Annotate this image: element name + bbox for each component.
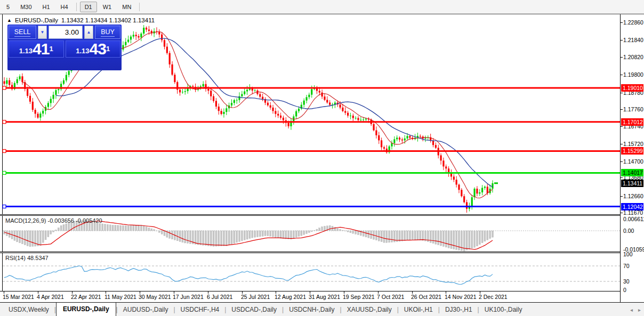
timeframe-button-5[interactable]: 5 bbox=[2, 2, 14, 12]
timeframe-button-M30[interactable]: M30 bbox=[15, 2, 36, 12]
date-label: 22 Apr 2021 bbox=[71, 294, 101, 300]
price-axis-label: 1.14700 bbox=[623, 158, 643, 165]
buy-price-big: 43 bbox=[90, 42, 106, 56]
chart-tab-usdcnh-daily[interactable]: USDCNH-,Daily bbox=[284, 304, 340, 315]
timeframe-button-MN[interactable]: MN bbox=[117, 2, 136, 12]
price-level-label-1.15299: 1.15299 bbox=[621, 147, 643, 155]
current-price-label: 1.13411 bbox=[621, 180, 643, 187]
tab-scroll-right-icon[interactable]: ▸ bbox=[638, 307, 641, 313]
toolbar-separator bbox=[76, 3, 77, 11]
sell-price-sup: 1 bbox=[49, 41, 53, 57]
buy-button[interactable]: BUY bbox=[95, 26, 120, 39]
date-label: 26 Oct 2021 bbox=[411, 294, 441, 300]
rsi-axis-label: 30 bbox=[623, 278, 630, 285]
price-axis-label: 1.21840 bbox=[623, 36, 643, 43]
sell-price[interactable]: 1.13411 bbox=[9, 40, 64, 58]
volume-increase-button[interactable]: ▲ bbox=[84, 26, 93, 39]
ohlc-values: 1.13432 1.13434 1.13402 1.13411 bbox=[61, 17, 155, 23]
price-axis-tick bbox=[621, 177, 623, 178]
price-level-label-1.17012: 1.17012 bbox=[621, 118, 643, 126]
buy-price[interactable]: 1.13431 bbox=[66, 40, 121, 58]
price-axis-tick bbox=[621, 161, 623, 162]
date-axis[interactable]: 15 Mar 20214 Apr 202122 Apr 202111 May 2… bbox=[0, 291, 620, 303]
chart-tab-usdcad-daily[interactable]: USDCAD-,Daily bbox=[226, 304, 282, 315]
price-axis-tick bbox=[621, 126, 623, 127]
rsi-axis-label: 70 bbox=[623, 263, 630, 270]
toolbar-separator bbox=[139, 3, 140, 11]
macd-name: MACD(12,26,9) bbox=[5, 217, 46, 224]
chart-tab-dj30-h1[interactable]: DJ30-,H1 bbox=[440, 304, 478, 315]
date-label: 30 May 2021 bbox=[139, 294, 171, 300]
price-axis-tick bbox=[621, 93, 623, 93]
chevron-up-icon: ▲ bbox=[87, 30, 91, 35]
date-label: 6 Jul 2021 bbox=[207, 294, 232, 300]
price-axis-tick bbox=[621, 196, 623, 197]
price-axis-label: 1.15720 bbox=[623, 141, 643, 148]
chart-tab-xauusd-daily[interactable]: XAUUSD-,Daily bbox=[342, 304, 397, 315]
sell-button-label: SELL bbox=[14, 28, 31, 37]
date-label: 2 Dec 2021 bbox=[479, 294, 508, 300]
price-axis[interactable]: 1.228601.218401.208201.198001.187801.177… bbox=[620, 14, 644, 303]
price-axis-tick bbox=[621, 22, 623, 23]
rsi-pane[interactable] bbox=[0, 253, 620, 291]
date-label: 4 Apr 2021 bbox=[37, 294, 64, 300]
chart-tab-bar: USDX,Weekly|EURUSD-,Daily|AUDUSD-,Daily|… bbox=[0, 302, 644, 316]
price-axis-label: 1.12660 bbox=[623, 192, 643, 199]
date-label: 17 Jun 2021 bbox=[173, 294, 204, 300]
price-axis-label: 1.19800 bbox=[623, 71, 643, 78]
hline-handle-1.12042[interactable] bbox=[3, 205, 6, 208]
date-label: 25 Jul 2021 bbox=[241, 294, 270, 300]
date-label: 15 Mar 2021 bbox=[3, 294, 34, 300]
chart-tab-usdx-weekly[interactable]: USDX,Weekly bbox=[3, 304, 54, 315]
date-label: 31 Aug 2021 bbox=[309, 294, 340, 300]
price-axis-tick bbox=[621, 75, 623, 75]
price-axis-tick bbox=[621, 144, 623, 144]
price-axis-label: 1.22860 bbox=[623, 19, 643, 26]
tab-scroll-nav: ◂ ▸ bbox=[630, 303, 641, 316]
price-axis-tick bbox=[621, 57, 623, 58]
rsi-name: RSI(14) bbox=[5, 255, 26, 261]
rsi-label: RSI(14) 48.5347 bbox=[5, 255, 49, 261]
timeframe-toolbar: 5M30H1H4D1W1MN bbox=[0, 0, 644, 14]
sell-price-big: 41 bbox=[33, 42, 49, 56]
chart-tab-usdchf-h4[interactable]: USDCHF-,H4 bbox=[175, 304, 225, 315]
rsi-value: 48.5347 bbox=[27, 255, 49, 261]
timeframe-button-D1[interactable]: D1 bbox=[80, 2, 97, 12]
timeframe-button-W1[interactable]: W1 bbox=[98, 2, 117, 12]
macd-axis-label: 0.006611 bbox=[623, 216, 644, 223]
price-axis-tick bbox=[621, 109, 623, 110]
buy-price-prefix: 1.13 bbox=[76, 46, 89, 56]
price-axis-tick bbox=[621, 40, 623, 40]
hline-handle-1.15299[interactable] bbox=[3, 149, 6, 152]
price-level-label-1.19010: 1.19010 bbox=[621, 84, 643, 92]
price-axis-label: 1.20820 bbox=[623, 54, 643, 61]
volume-input[interactable]: 3.00 bbox=[49, 26, 83, 39]
buy-price-sup: 1 bbox=[106, 41, 110, 57]
chart-tab-ukoil-h1[interactable]: UKOil-,H1 bbox=[399, 304, 438, 315]
macd-axis-label: 0.00 bbox=[623, 228, 634, 234]
chart-tab-uk100-daily[interactable]: UK100-,Daily bbox=[479, 304, 528, 315]
chart-tab-eurusd-daily[interactable]: EURUSD-,Daily bbox=[56, 303, 116, 316]
hline-handle-1.17012[interactable] bbox=[3, 120, 6, 124]
chevron-down-icon: ▼ bbox=[41, 30, 45, 35]
tab-scroll-left-icon[interactable]: ◂ bbox=[630, 307, 633, 313]
chart-window[interactable]: ▲ EURUSD-,Daily 1.13432 1.13434 1.13402 … bbox=[0, 14, 644, 302]
rsi-axis-label: 100 bbox=[623, 251, 633, 258]
volume-decrease-button[interactable]: ▼ bbox=[38, 26, 47, 39]
timeframe-button-H1[interactable]: H1 bbox=[38, 2, 55, 12]
symbol-name: EURUSD-,Daily bbox=[15, 17, 58, 23]
macd-label: MACD(12,26,9) -0.003656 -0.005420 bbox=[5, 217, 102, 224]
timeframe-button-H4[interactable]: H4 bbox=[56, 2, 73, 12]
hline-handle-1.19010[interactable] bbox=[3, 86, 6, 90]
one-click-trading-panel: SELL ▼ 3.00 ▲ BUY 1.13411 1.13431 bbox=[7, 25, 122, 70]
symbol-arrow-icon: ▲ bbox=[7, 18, 12, 23]
date-label: 14 Nov 2021 bbox=[445, 294, 477, 300]
sell-button[interactable]: SELL bbox=[9, 26, 36, 39]
price-axis-tick bbox=[621, 213, 623, 213]
chart-legend: ▲ EURUSD-,Daily 1.13432 1.13434 1.13402 … bbox=[7, 17, 155, 23]
price-axis-label: 1.17760 bbox=[623, 106, 643, 112]
price-level-label-1.14017: 1.14017 bbox=[621, 169, 643, 176]
hline-handle-1.14017[interactable] bbox=[3, 171, 6, 174]
date-label: 19 Sep 2021 bbox=[343, 294, 375, 300]
chart-tab-audusd-daily[interactable]: AUDUSD-,Daily bbox=[118, 304, 174, 315]
